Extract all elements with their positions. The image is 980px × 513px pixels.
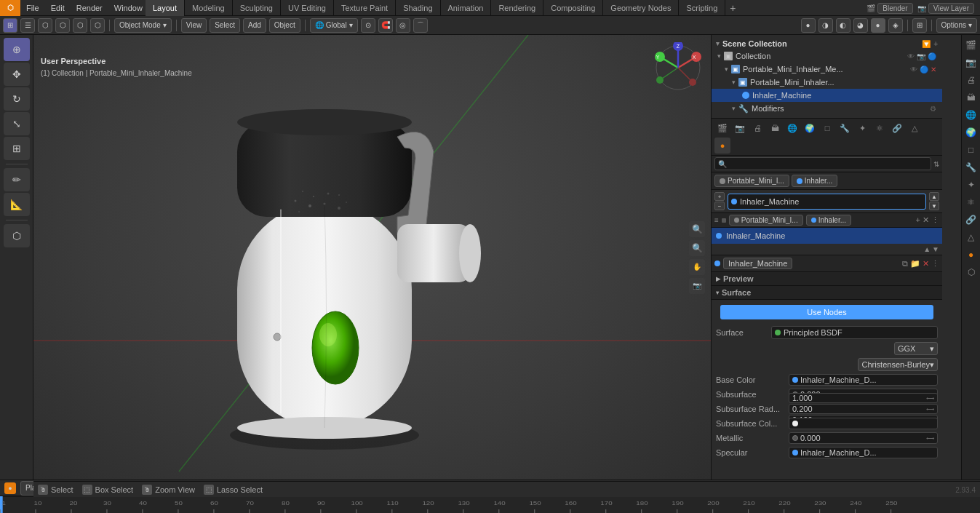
output-icon[interactable]: 🖨 — [964, 73, 979, 87]
cursor-tool[interactable]: ⊕ — [4, 38, 30, 61]
tab-shading[interactable]: Shading — [396, 0, 440, 16]
global-transform-btn[interactable]: 🌐 Global ▾ — [310, 18, 358, 33]
christensen-dropdown[interactable]: Christensen-Burley ▾ — [858, 358, 938, 371]
viewport-shading-3[interactable]: ● — [871, 18, 885, 33]
base-color-field[interactable]: Inhaler_Machine_D... — [789, 374, 938, 386]
eye-icon[interactable]: 👁 — [907, 52, 915, 60]
add-slot-btn[interactable]: + — [714, 192, 725, 201]
world-icon[interactable]: 🌍 — [964, 125, 979, 140]
prop-constraints-icon[interactable]: 🔗 — [889, 120, 905, 136]
add-menu-btn[interactable]: Add — [243, 18, 266, 33]
prop-material-icon[interactable]: ● — [714, 138, 730, 154]
inhaler-machine-slot[interactable]: Inhaler_Machine — [712, 228, 942, 244]
prop-world-icon[interactable]: 🌍 — [802, 120, 818, 136]
physics-icon[interactable]: ⚛ — [964, 195, 979, 210]
object-mode-dropdown[interactable]: Object Mode ▾ — [114, 18, 172, 33]
viewport-shading-4[interactable]: ◈ — [888, 18, 903, 33]
toolbar-icon-5[interactable]: ⬡ — [73, 18, 87, 33]
collection-item-portable-inner[interactable]: ▾ ▣ Portable_Mini_Inhaler... — [712, 76, 942, 89]
tab-texture-paint[interactable]: Texture Paint — [334, 0, 396, 16]
add-workspace-button[interactable]: + — [725, 0, 740, 16]
add-object-tool[interactable]: ⬡ — [4, 224, 30, 247]
toolbar-icon-4[interactable]: ⬡ — [55, 18, 70, 33]
mat-up-arrow[interactable]: ▲ — [923, 245, 931, 253]
select-menu-btn[interactable]: Select — [210, 18, 240, 33]
mat-filter-icon[interactable]: ⋮ — [931, 215, 939, 225]
proportional-edit-btn[interactable]: ◎ — [396, 18, 410, 33]
prop-physics-icon[interactable]: ⚛ — [872, 120, 888, 136]
collection-item-inhaler-machine[interactable]: Inhaler_Machine — [712, 89, 942, 102]
xray-btn[interactable]: ◑ — [818, 18, 833, 33]
viewport-shading-1[interactable]: ◐ — [836, 18, 850, 33]
r1-drag[interactable]: ⟷ — [926, 395, 934, 402]
timeline-ruler[interactable]: 1 10 20 30 40 50 60 70 80 90 100 110 120 — [0, 496, 980, 513]
view-menu-btn[interactable]: View — [181, 18, 207, 33]
navigation-gizmo[interactable]: X Y Z — [653, 42, 704, 93]
mat-portable-tab[interactable]: Portable_Mini_I... — [729, 215, 803, 226]
gizmo-btn[interactable]: ⊞ — [912, 18, 927, 33]
transform-tool[interactable]: ⊞ — [4, 137, 30, 160]
object-data-icon[interactable]: △ — [964, 230, 979, 244]
search-filter-icon[interactable]: ⇅ — [933, 160, 939, 168]
toolbar-icon-6[interactable]: ⬡ — [90, 18, 105, 33]
prop-object-icon[interactable]: □ — [819, 120, 835, 136]
tab-scripting[interactable]: Scripting — [679, 0, 725, 16]
zoom-out-btn[interactable]: 🔍 — [689, 240, 705, 256]
zoom-in-btn[interactable]: 🔍 — [689, 221, 705, 237]
mat-down-arrow[interactable]: ▼ — [932, 245, 939, 253]
pan-btn[interactable]: ✋ — [689, 259, 705, 275]
preview-section[interactable]: ▶ Preview — [712, 272, 942, 286]
use-nodes-button[interactable]: Use Nodes — [720, 305, 933, 319]
render-settings-icon[interactable]: 📷 — [964, 55, 979, 70]
viewport-shading-2[interactable]: ◕ — [853, 18, 868, 33]
menu-render[interactable]: Render — [71, 0, 108, 15]
snap-icon-btn[interactable]: 🧲 — [378, 18, 393, 33]
constraints-icon[interactable]: 🔗 — [964, 212, 979, 227]
pivot-point-btn[interactable]: ⊙ — [361, 18, 375, 33]
prop-output-icon[interactable]: 🖨 — [749, 120, 765, 136]
collection-item-modifiers[interactable]: ▾ 🔧 Modifiers ⚙ — [712, 102, 942, 115]
object-menu-btn[interactable]: Object — [269, 18, 300, 33]
prop-render-icon[interactable]: 📷 — [732, 120, 748, 136]
scene-props-icon[interactable]: 🌐 — [964, 108, 979, 122]
prop-data-icon[interactable]: △ — [907, 120, 923, 136]
tab-layout[interactable]: Layout — [146, 0, 185, 16]
tab-uv-editing[interactable]: UV Editing — [281, 0, 334, 16]
rotate-tool[interactable]: ↻ — [4, 87, 30, 111]
material-name-field[interactable]: Inhaler_Machine — [728, 194, 926, 210]
subsurface-r2[interactable]: 0.200 ⟷ — [789, 404, 938, 414]
node-copy-icon[interactable]: ⧉ — [902, 259, 908, 269]
tab-geometry-nodes[interactable]: Geometry Nodes — [603, 0, 679, 16]
remove-slot-btn[interactable]: − — [714, 202, 725, 210]
r2-drag[interactable]: ⟷ — [926, 406, 934, 413]
material-props-icon[interactable]: ● — [964, 247, 979, 262]
toolbar-icon-2[interactable]: ☰ — [20, 18, 35, 33]
toolbar-icon-3[interactable]: ⬡ — [38, 18, 52, 33]
object-props-icon[interactable]: □ — [964, 143, 979, 157]
node-browse-icon[interactable]: 📁 — [910, 259, 920, 269]
measure-tool[interactable]: 📐 — [4, 193, 30, 216]
prop-scene-icon[interactable]: 🎬 — [714, 120, 730, 136]
view-layer-rail-icon[interactable]: 🏔 — [964, 90, 979, 105]
mod-settings-icon[interactable]: ⚙ — [930, 105, 936, 113]
specular-field[interactable]: Inhaler_Machine_D... — [789, 447, 938, 458]
proportional-type-btn[interactable]: ⌒ — [413, 18, 428, 33]
tab-compositing[interactable]: Compositing — [543, 0, 603, 16]
material-search-input[interactable] — [714, 157, 931, 170]
collection-item-scene[interactable]: ▾ ▣ Collection 👁 📷 🔵 — [712, 49, 942, 63]
mat-inhaler-tab[interactable]: Inhaler... — [806, 215, 851, 226]
x-icon[interactable]: ✕ — [931, 65, 936, 73]
prop-scenesettings-icon[interactable]: 🌐 — [784, 120, 800, 136]
particles-icon[interactable]: ✦ — [964, 178, 979, 192]
collection-item-portable-outer[interactable]: ▾ ▣ Portable_Mini_Inhaler_Me... 👁 🔵 ✕ — [712, 63, 942, 76]
portable-mini-tab[interactable]: Portable_Mini_I... — [714, 175, 789, 187]
sc-add-icon[interactable]: + — [933, 40, 938, 48]
subsurface-r1[interactable]: 1.000 ⟷ — [789, 393, 938, 403]
prop-particles-icon[interactable]: ✦ — [854, 120, 870, 136]
options-btn[interactable]: Options ▾ — [936, 18, 977, 33]
slot-up-btn[interactable]: ▲ — [929, 192, 939, 201]
camera-icon[interactable]: 📷 — [917, 52, 925, 60]
mat-add-icon[interactable]: + — [916, 215, 920, 225]
view-layer-name[interactable]: View Layer — [928, 3, 974, 14]
scene-name[interactable]: Blender — [877, 3, 912, 14]
